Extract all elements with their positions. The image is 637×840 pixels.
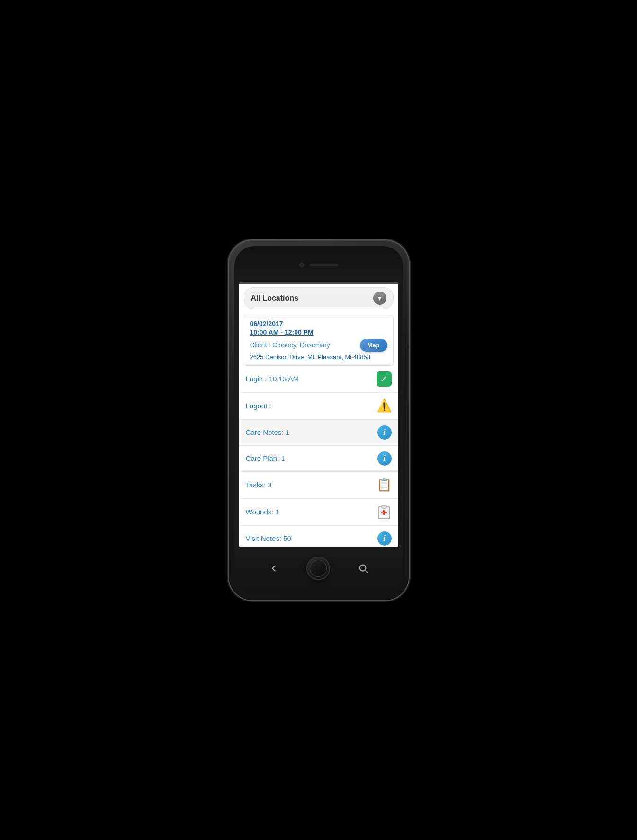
info-icon: i: [377, 531, 392, 546]
list-row[interactable]: Care Plan: 1i: [239, 446, 398, 472]
row-label: Care Notes: 1: [246, 428, 290, 436]
location-label: All Locations: [251, 294, 298, 302]
svg-rect-1: [382, 505, 386, 508]
back-button[interactable]: [265, 560, 282, 577]
row-label: Wounds: 1: [246, 508, 279, 516]
row-label: Tasks: 3: [246, 481, 272, 489]
visit-address[interactable]: 2625 Denison Drive, Mt. Pleasant, Mi 488…: [250, 354, 387, 361]
svg-rect-3: [381, 512, 387, 513]
visit-date[interactable]: 06/02/2017: [250, 320, 387, 327]
checkmark-icon: ✓: [377, 371, 392, 387]
info-icon: i: [377, 425, 392, 440]
map-button[interactable]: Map: [360, 339, 387, 352]
phone-inner: All Locations ▾ 06/02/2017 10:00 AM - 12…: [234, 246, 403, 594]
phone-device: All Locations ▾ 06/02/2017 10:00 AM - 12…: [229, 240, 409, 600]
speaker: [310, 264, 338, 266]
list-row[interactable]: Wounds: 1: [239, 499, 398, 526]
location-chevron-btn[interactable]: ▾: [373, 292, 386, 305]
app-content: All Locations ▾ 06/02/2017 10:00 AM - 12…: [239, 282, 398, 547]
list-row[interactable]: Care Notes: 1i: [239, 420, 398, 446]
svg-line-5: [365, 570, 367, 572]
warning-icon: ⚠️: [377, 398, 392, 414]
home-button[interactable]: [306, 557, 330, 580]
phone-top-bar: [234, 246, 403, 284]
list-row[interactable]: Visit Notes: 50i: [239, 526, 398, 547]
search-button[interactable]: [355, 560, 372, 577]
chevron-down-icon: ▾: [378, 294, 381, 302]
visit-info-row: Client : Clooney, Rosemary Map: [250, 339, 387, 352]
row-label: Care Plan: 1: [246, 454, 285, 462]
row-label: Visit Notes: 50: [246, 534, 291, 542]
visit-card: 06/02/2017 10:00 AM - 12:00 PM Client : …: [244, 315, 394, 366]
phone-screen: All Locations ▾ 06/02/2017 10:00 AM - 12…: [239, 282, 398, 547]
camera: [299, 263, 304, 267]
location-selector[interactable]: All Locations ▾: [244, 287, 394, 309]
clipboard-icon: 📋: [377, 477, 392, 493]
list-row[interactable]: Login : 10:13 AM✓: [239, 366, 398, 393]
list-row[interactable]: Tasks: 3📋: [239, 472, 398, 499]
list-row[interactable]: Logout :⚠️: [239, 393, 398, 420]
medical-clipboard-icon: [377, 504, 392, 520]
row-label: Logout :: [246, 402, 271, 410]
home-button-inner: [310, 560, 327, 577]
info-icon: i: [377, 451, 392, 466]
visit-time[interactable]: 10:00 AM - 12:00 PM: [250, 328, 387, 336]
row-label: Login : 10:13 AM: [246, 375, 299, 383]
list-rows-container: Login : 10:13 AM✓Logout :⚠️Care Notes: 1…: [239, 366, 398, 547]
client-name: Client : Clooney, Rosemary: [250, 341, 330, 349]
phone-bottom-bar: [234, 547, 403, 594]
